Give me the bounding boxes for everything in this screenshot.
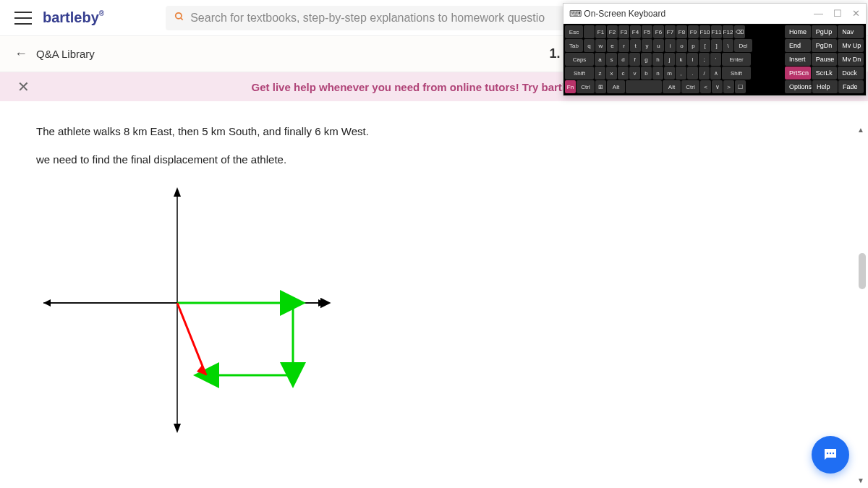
key-F4[interactable]: F4: [630, 25, 641, 38]
key-[[interactable]: [: [699, 39, 710, 52]
key-f[interactable]: f: [629, 53, 640, 66]
key-m[interactable]: m: [664, 67, 675, 80]
key-space[interactable]: [584, 25, 595, 38]
key-w[interactable]: w: [595, 39, 606, 52]
key-F8[interactable]: F8: [676, 25, 687, 38]
key-,[interactable]: ,: [676, 67, 686, 80]
key-Esc[interactable]: Esc: [565, 25, 583, 38]
key-q[interactable]: q: [584, 39, 595, 52]
key-fade[interactable]: Fade: [838, 80, 864, 93]
key-z[interactable]: z: [595, 67, 605, 80]
key-u[interactable]: u: [653, 39, 664, 52]
key-i[interactable]: i: [665, 39, 676, 52]
osk-window[interactable]: ⌨ On-Screen Keyboard — ☐ ✕ EscF1F2F3F4F5…: [563, 3, 867, 96]
key-Shift[interactable]: Shift: [565, 67, 594, 80]
key-pgdn[interactable]: PgDn: [812, 39, 838, 52]
key-e[interactable]: e: [607, 39, 618, 52]
key-v[interactable]: v: [629, 67, 640, 80]
logo[interactable]: bartleby: [43, 9, 104, 26]
key-insert[interactable]: Insert: [785, 53, 811, 66]
key->[interactable]: >: [723, 80, 734, 93]
back-nav[interactable]: ← Q&A Library: [14, 46, 95, 61]
key-nav[interactable]: Nav: [838, 25, 864, 38]
key-Alt[interactable]: Alt: [607, 80, 625, 93]
key-d[interactable]: d: [618, 53, 629, 66]
svg-line-1: [181, 17, 183, 20]
close-icon[interactable]: ✕: [852, 8, 860, 19]
key-x[interactable]: x: [606, 67, 617, 80]
svg-point-11: [833, 453, 834, 454]
key-Ctrl[interactable]: Ctrl: [576, 80, 595, 93]
key-a[interactable]: a: [595, 53, 605, 66]
scroll-up-icon[interactable]: ▲: [857, 126, 864, 134]
key-Shift[interactable]: Shift: [722, 67, 751, 80]
key-options[interactable]: Options: [785, 80, 812, 93]
scroll-down-icon[interactable]: ▼: [857, 476, 864, 484]
key-k[interactable]: k: [676, 53, 686, 66]
key-help[interactable]: Help: [812, 80, 838, 93]
key-☐[interactable]: ☐: [735, 80, 746, 93]
key-∨[interactable]: ∨: [712, 80, 723, 93]
key-mv dn[interactable]: Mv Dn: [838, 53, 864, 66]
key-F11[interactable]: F11: [711, 25, 722, 38]
key-c[interactable]: c: [618, 67, 629, 80]
key-F9[interactable]: F9: [688, 25, 699, 38]
key-mv up[interactable]: Mv Up: [838, 39, 864, 52]
key-h[interactable]: h: [652, 53, 663, 66]
key-b[interactable]: b: [641, 67, 652, 80]
scrollbar-thumb[interactable]: [859, 253, 866, 289]
key-r[interactable]: r: [618, 39, 629, 52]
key-n[interactable]: n: [652, 67, 663, 80]
key-scrlk[interactable]: ScrLk: [812, 67, 838, 80]
key-Fn[interactable]: Fn: [565, 80, 576, 93]
svg-point-10: [827, 453, 828, 454]
key-F12[interactable]: F12: [723, 25, 733, 38]
key-Del[interactable]: Del: [734, 39, 752, 52]
key-F6[interactable]: F6: [653, 25, 664, 38]
minimize-icon[interactable]: —: [814, 8, 823, 19]
osk-titlebar[interactable]: ⌨ On-Screen Keyboard — ☐ ✕: [563, 4, 866, 24]
key-Caps[interactable]: Caps: [565, 53, 594, 66]
key-\[interactable]: \: [723, 39, 733, 52]
key-t[interactable]: t: [630, 39, 641, 52]
key-Tab[interactable]: Tab: [565, 39, 583, 52]
key-F7[interactable]: F7: [665, 25, 676, 38]
key-s[interactable]: s: [606, 53, 617, 66]
key-space[interactable]: [626, 80, 662, 93]
key-g[interactable]: g: [641, 53, 652, 66]
menu-icon[interactable]: [14, 12, 32, 25]
key-∧[interactable]: ∧: [710, 67, 721, 80]
key-<[interactable]: <: [700, 80, 711, 93]
key-Ctrl[interactable]: Ctrl: [681, 80, 699, 93]
key-p[interactable]: p: [688, 39, 699, 52]
key-F3[interactable]: F3: [618, 25, 629, 38]
key-j[interactable]: j: [664, 53, 675, 66]
key-end[interactable]: End: [785, 39, 811, 52]
key-F10[interactable]: F10: [699, 25, 710, 38]
key-y[interactable]: y: [642, 39, 652, 52]
key-Enter[interactable]: Enter: [722, 53, 751, 66]
key-/[interactable]: /: [699, 67, 710, 80]
key-l[interactable]: l: [687, 53, 698, 66]
key-⌫[interactable]: ⌫: [734, 25, 745, 38]
key-F5[interactable]: F5: [642, 25, 652, 38]
close-icon[interactable]: ✕: [17, 78, 30, 95]
key-dock[interactable]: Dock: [838, 67, 864, 80]
key-F2[interactable]: F2: [607, 25, 618, 38]
key-.[interactable]: .: [687, 67, 698, 80]
key-;[interactable]: ;: [699, 53, 710, 66]
key-pgup[interactable]: PgUp: [812, 25, 838, 38]
key-'[interactable]: ': [710, 53, 721, 66]
key-⊞[interactable]: ⊞: [595, 80, 606, 93]
breadcrumb: Q&A Library: [36, 48, 95, 60]
key-Alt[interactable]: Alt: [663, 80, 681, 93]
key-home[interactable]: Home: [785, 25, 811, 38]
chat-button[interactable]: [812, 436, 849, 474]
key-pause[interactable]: Pause: [812, 53, 838, 66]
search-input[interactable]: Search for textbooks, step-by-step expla…: [166, 6, 563, 30]
key-prtscn[interactable]: PrtScn: [785, 67, 811, 80]
key-o[interactable]: o: [676, 39, 687, 52]
key-F1[interactable]: F1: [595, 25, 606, 38]
key-][interactable]: ]: [711, 39, 722, 52]
maximize-icon[interactable]: ☐: [833, 8, 842, 19]
